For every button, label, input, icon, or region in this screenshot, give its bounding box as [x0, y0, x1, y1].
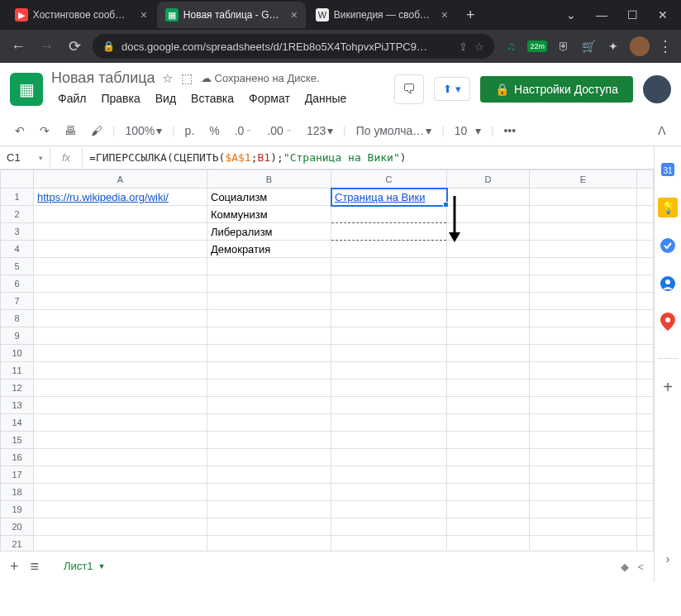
row-header[interactable]: 10 — [1, 345, 34, 362]
cell[interactable] — [530, 414, 637, 432]
menu-file[interactable]: Файл — [51, 88, 93, 108]
row-header[interactable]: 6 — [1, 275, 34, 293]
decrease-decimal-button[interactable]: .0← — [230, 121, 258, 141]
cell[interactable] — [207, 432, 331, 449]
fontsize-select[interactable]: 10 ▾ — [450, 121, 486, 141]
cell[interactable] — [530, 258, 637, 275]
cell[interactable] — [34, 310, 207, 327]
cell[interactable] — [530, 380, 637, 397]
cell[interactable] — [34, 241, 207, 258]
cell[interactable] — [447, 223, 530, 241]
col-header[interactable]: C — [331, 170, 447, 189]
menu-edit[interactable]: Правка — [94, 88, 146, 108]
cell[interactable] — [530, 293, 637, 310]
cell[interactable] — [447, 501, 530, 518]
move-icon[interactable]: ⬚ — [181, 71, 193, 86]
cell[interactable] — [331, 293, 447, 310]
extension-shield-icon[interactable]: ⛨ — [555, 38, 572, 55]
cell[interactable] — [331, 258, 447, 275]
cell[interactable] — [207, 380, 331, 397]
cell[interactable] — [530, 466, 637, 484]
undo-button[interactable]: ↶ — [10, 121, 30, 141]
minimize-icon[interactable]: — — [596, 8, 607, 21]
url-input[interactable]: 🔒 docs.google.com/spreadsheets/d/1REb8o5… — [93, 34, 494, 59]
contacts-icon[interactable] — [658, 274, 678, 294]
cell[interactable] — [447, 536, 530, 552]
cell[interactable] — [34, 501, 207, 518]
cell[interactable] — [331, 241, 447, 258]
row-header[interactable]: 5 — [1, 258, 34, 275]
cell[interactable] — [34, 518, 207, 536]
maps-icon[interactable] — [658, 312, 678, 332]
name-box[interactable]: C1 — [0, 151, 50, 164]
cell[interactable] — [447, 466, 530, 484]
cell[interactable] — [331, 484, 447, 501]
redo-button[interactable]: ↷ — [35, 121, 55, 141]
cell[interactable] — [530, 536, 637, 552]
cell[interactable]: https://ru.wikipedia.org/wiki/ — [34, 189, 207, 206]
cell[interactable] — [447, 206, 530, 223]
cell[interactable]: Страница на Вики — [331, 189, 447, 206]
cell[interactable] — [530, 310, 637, 327]
font-select[interactable]: По умолча… ▾ — [351, 121, 437, 141]
cell[interactable] — [207, 536, 331, 552]
row-header[interactable]: 12 — [1, 380, 34, 397]
row-header[interactable]: 4 — [1, 241, 34, 258]
row-header[interactable]: 2 — [1, 206, 34, 223]
spreadsheet-grid[interactable]: ABCDE1https://ru.wikipedia.org/wiki/Соци… — [0, 170, 654, 551]
cell[interactable] — [331, 275, 447, 293]
row-header[interactable]: 3 — [1, 223, 34, 241]
row-header[interactable]: 18 — [1, 484, 34, 501]
cell[interactable] — [207, 518, 331, 536]
cell[interactable] — [207, 327, 331, 345]
cell[interactable] — [530, 327, 637, 345]
cell[interactable] — [447, 362, 530, 380]
cell[interactable] — [331, 345, 447, 362]
collapse-toolbar-button[interactable]: ᐱ — [653, 121, 671, 141]
cell[interactable] — [207, 345, 331, 362]
menu-view[interactable]: Вид — [149, 88, 183, 108]
row-header[interactable]: 16 — [1, 449, 34, 466]
cell[interactable] — [447, 189, 530, 206]
row-header[interactable]: 21 — [1, 536, 34, 552]
add-sheet-button[interactable]: + — [10, 558, 19, 575]
tasks-icon[interactable] — [658, 236, 678, 255]
cell[interactable] — [207, 466, 331, 484]
cell[interactable] — [34, 206, 207, 223]
add-addon-button[interactable]: + — [658, 377, 678, 397]
new-tab-button[interactable]: + — [458, 7, 483, 24]
cell[interactable] — [207, 275, 331, 293]
sidepanel-toggle-button[interactable]: < — [637, 561, 644, 573]
row-header[interactable]: 15 — [1, 432, 34, 449]
cell[interactable] — [447, 518, 530, 536]
cell[interactable] — [34, 536, 207, 552]
paint-format-button[interactable]: 🖌 — [86, 121, 107, 141]
cell[interactable] — [447, 380, 530, 397]
formula-input[interactable]: =ГИПЕРССЫЛКА(СЦЕПИТЬ($A$1;B1);"Страница … — [83, 151, 654, 164]
cell[interactable] — [34, 275, 207, 293]
share-button[interactable]: 🔒Настройки Доступа — [480, 76, 633, 103]
row-header[interactable]: 20 — [1, 518, 34, 536]
cell[interactable] — [331, 380, 447, 397]
cell[interactable] — [530, 345, 637, 362]
cell[interactable] — [34, 414, 207, 432]
cell[interactable] — [34, 223, 207, 241]
star-icon[interactable]: ☆ — [162, 71, 173, 86]
menu-format[interactable]: Формат — [242, 88, 297, 108]
cell[interactable] — [530, 362, 637, 380]
cell[interactable] — [530, 518, 637, 536]
cell[interactable] — [447, 484, 530, 501]
cell[interactable] — [530, 241, 637, 258]
browser-tab[interactable]: ▶ Хостинговое сообщес × — [7, 2, 155, 28]
cell[interactable] — [447, 293, 530, 310]
cell[interactable] — [530, 449, 637, 466]
cell[interactable] — [34, 327, 207, 345]
cell[interactable] — [34, 362, 207, 380]
extension-music-icon[interactable]: ♫ — [502, 38, 519, 55]
cell[interactable] — [207, 258, 331, 275]
row-header[interactable]: 7 — [1, 293, 34, 310]
percent-button[interactable]: % — [204, 121, 224, 141]
cell[interactable] — [207, 414, 331, 432]
row-header[interactable]: 13 — [1, 397, 34, 414]
cell[interactable] — [331, 362, 447, 380]
